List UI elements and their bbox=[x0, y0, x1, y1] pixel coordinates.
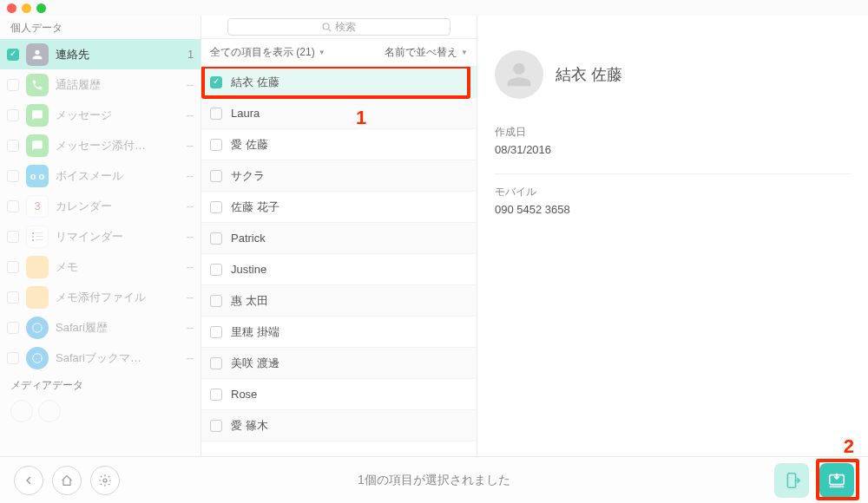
sidebar-item-count: -- bbox=[187, 261, 194, 273]
window-max-btn[interactable] bbox=[36, 3, 46, 13]
sidebar-item-calendar[interactable]: 3 カレンダー -- bbox=[0, 191, 201, 221]
export-to-computer-button[interactable] bbox=[819, 463, 854, 498]
sidebar-item-label: カレンダー bbox=[56, 199, 180, 214]
media-icon[interactable] bbox=[38, 400, 61, 422]
checkbox-icon[interactable] bbox=[7, 261, 19, 273]
sidebar-item-voicemail[interactable]: o o ボイスメール -- bbox=[0, 160, 201, 191]
checkbox-icon[interactable] bbox=[210, 108, 222, 120]
sidebar-item-count: -- bbox=[187, 231, 194, 243]
sidebar-item-count: -- bbox=[187, 322, 194, 334]
sidebar-item-label: Safariブックマ… bbox=[56, 350, 180, 366]
checkbox-icon[interactable] bbox=[210, 420, 222, 432]
sidebar-item-count: -- bbox=[187, 200, 194, 212]
section-media-data: メディアデータ bbox=[0, 373, 201, 396]
checkbox-icon[interactable] bbox=[7, 140, 19, 152]
sort-dropdown[interactable]: 名前で並べ替え▼ bbox=[385, 45, 468, 60]
checkbox-icon[interactable] bbox=[7, 170, 19, 182]
media-icon[interactable] bbox=[10, 400, 33, 422]
home-button[interactable] bbox=[52, 466, 82, 495]
sidebar-item-count: 1 bbox=[187, 49, 194, 61]
home-icon bbox=[60, 474, 74, 487]
sidebar-item-count: -- bbox=[187, 140, 194, 152]
window-min-btn[interactable] bbox=[22, 3, 31, 13]
checkbox-icon[interactable] bbox=[210, 295, 222, 307]
svg-rect-2 bbox=[32, 236, 34, 238]
sidebar-item-notes-attach[interactable]: メモ添付ファイル -- bbox=[0, 282, 201, 312]
phone-icon bbox=[26, 74, 49, 96]
sidebar-item-call-history[interactable]: 通話履歴 -- bbox=[0, 69, 201, 100]
created-date-value: 08/31/2016 bbox=[495, 143, 851, 156]
checkbox-icon[interactable] bbox=[7, 322, 19, 334]
svg-point-8 bbox=[323, 23, 329, 29]
message-icon bbox=[26, 104, 49, 127]
list-item[interactable]: 惠 太田 bbox=[201, 285, 477, 317]
checkbox-icon[interactable] bbox=[7, 200, 19, 212]
checkbox-icon[interactable] bbox=[210, 357, 222, 369]
search-placeholder: 検索 bbox=[335, 20, 356, 35]
sidebar-item-label: メモ bbox=[56, 259, 180, 275]
sidebar-item-safari-history[interactable]: Safari履歴 -- bbox=[0, 312, 201, 343]
checkbox-icon[interactable] bbox=[7, 79, 19, 91]
checkbox-icon[interactable] bbox=[7, 49, 19, 61]
sidebar-item-safari-bookmarks[interactable]: Safariブックマ… -- bbox=[0, 343, 201, 373]
list-item[interactable]: Laura bbox=[201, 98, 477, 129]
back-button[interactable] bbox=[14, 466, 43, 495]
export-to-device-button[interactable] bbox=[774, 463, 809, 498]
computer-download-icon bbox=[827, 471, 846, 490]
list-item[interactable]: 佐藤 花子 bbox=[201, 192, 477, 223]
list-item[interactable]: サクラ bbox=[201, 160, 477, 192]
sidebar: 個人データ 連絡先 1 通話履歴 -- メッセージ -- メッセージ添付… -- bbox=[0, 16, 201, 456]
contact-list: 1 結衣 佐藤 Laura 愛 佐藤 サクラ 佐藤 花子 Patrick Jus… bbox=[201, 67, 477, 456]
sidebar-item-reminders[interactable]: リマインダー -- bbox=[0, 221, 201, 252]
section-personal-data: 個人データ bbox=[0, 16, 201, 39]
list-item[interactable]: 愛 佐藤 bbox=[201, 129, 477, 160]
chevron-down-icon: ▼ bbox=[461, 49, 468, 56]
center-panel: 検索 全ての項目を表示 (21)▼ 名前で並べ替え▼ 1 結衣 佐藤 Laura… bbox=[201, 16, 477, 456]
sidebar-item-label: リマインダー bbox=[56, 229, 180, 245]
checkbox-icon[interactable] bbox=[210, 76, 222, 88]
checkbox-icon[interactable] bbox=[7, 291, 19, 304]
list-item[interactable]: Justine bbox=[201, 254, 477, 285]
sidebar-item-notes[interactable]: メモ -- bbox=[0, 252, 201, 282]
notes-attach-icon bbox=[26, 286, 49, 309]
svg-point-10 bbox=[103, 479, 107, 482]
checkbox-icon[interactable] bbox=[210, 201, 222, 213]
checkbox-icon[interactable] bbox=[7, 109, 19, 121]
status-text: 1個の項目が選択されました bbox=[358, 473, 510, 488]
svg-rect-5 bbox=[36, 239, 43, 240]
list-item[interactable]: 愛 篠木 bbox=[201, 410, 477, 441]
svg-rect-1 bbox=[36, 232, 43, 233]
checkbox-icon[interactable] bbox=[7, 231, 19, 243]
checkbox-icon[interactable] bbox=[210, 170, 222, 182]
sidebar-item-count: -- bbox=[187, 291, 194, 304]
settings-button[interactable] bbox=[90, 466, 120, 495]
voicemail-icon: o o bbox=[26, 165, 49, 187]
search-icon bbox=[322, 23, 332, 32]
search-input[interactable]: 検索 bbox=[227, 18, 450, 36]
checkbox-icon[interactable] bbox=[7, 352, 19, 364]
list-item[interactable]: Rose bbox=[201, 379, 477, 410]
list-item[interactable]: 美咲 渡邊 bbox=[201, 348, 477, 379]
list-item[interactable]: 里穂 掛端 bbox=[201, 317, 477, 348]
arrow-left-icon bbox=[22, 474, 36, 487]
sidebar-item-messages[interactable]: メッセージ -- bbox=[0, 100, 201, 130]
list-item[interactable]: Patrick bbox=[201, 223, 477, 254]
checkbox-icon[interactable] bbox=[210, 232, 222, 245]
svg-point-6 bbox=[33, 323, 43, 332]
sidebar-item-label: 通話履歴 bbox=[56, 77, 180, 93]
svg-rect-11 bbox=[787, 473, 795, 487]
filter-all-dropdown[interactable]: 全ての項目を表示 (21)▼ bbox=[210, 45, 326, 60]
checkbox-icon[interactable] bbox=[210, 389, 222, 401]
checkbox-icon[interactable] bbox=[210, 326, 222, 338]
bottom-toolbar: 1個の項目が選択されました 2 bbox=[0, 456, 868, 503]
sidebar-item-count: -- bbox=[187, 170, 194, 182]
checkbox-icon[interactable] bbox=[210, 139, 222, 151]
contacts-icon bbox=[26, 43, 49, 66]
sidebar-item-contacts[interactable]: 連絡先 1 bbox=[0, 39, 201, 69]
window-close-btn[interactable] bbox=[7, 3, 16, 13]
sidebar-item-message-attach[interactable]: メッセージ添付… -- bbox=[0, 130, 201, 160]
list-item[interactable]: 結衣 佐藤 bbox=[201, 67, 477, 98]
sidebar-item-count: -- bbox=[187, 109, 194, 121]
device-export-icon bbox=[782, 471, 801, 490]
checkbox-icon[interactable] bbox=[210, 264, 222, 276]
